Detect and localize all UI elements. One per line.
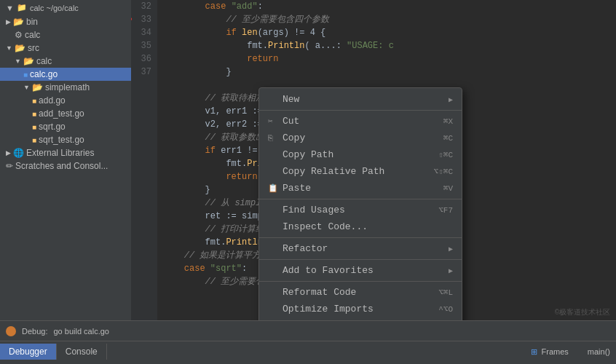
bin-arrow-icon: ▶ [6, 18, 11, 25]
debug-bar-label: Debug: [22, 327, 47, 336]
simplemath-arrow: ▼ [23, 84, 30, 91]
main-function-label: main() [588, 347, 610, 356]
refactor-arrow-icon: ▶ [449, 245, 453, 253]
calc-folder-arrow: ▼ [15, 58, 21, 65]
cut-shortcut: ⌘X [443, 116, 453, 126]
frames-label: Frames [542, 347, 569, 356]
debug-bar: Debug: go build calc.go [0, 321, 616, 341]
menu-item-find-usages[interactable]: Find Usages ⌥F7 [259, 202, 462, 218]
tab-console[interactable]: Console [57, 344, 107, 360]
menu-item-reformat[interactable]: Reformat Code ⌥⌘L [259, 284, 462, 301]
src-label: src [28, 43, 39, 53]
sidebar-item-external[interactable]: ▶ 🌐 External Libraries [0, 146, 131, 159]
menu-copy-label: Copy [283, 132, 305, 143]
sidebar-item-simplemath[interactable]: ▼ 📂 simplemath [0, 81, 131, 94]
menu-item-copy[interactable]: ⎘ Copy ⌘C [259, 130, 462, 146]
external-label: External Libraries [26, 148, 94, 158]
separator-2 [259, 199, 462, 199]
watermark: ©极客道技术社区 [555, 307, 610, 317]
sidebar-item-sqrt-go[interactable]: ■ sqrt.go [0, 120, 131, 133]
new-arrow-icon: ▶ [449, 95, 453, 104]
separator-5 [259, 281, 462, 282]
calc-folder-icon2: 📂 [23, 56, 34, 66]
menu-item-new[interactable]: New ▶ [259, 91, 462, 108]
menu-item-delete[interactable]: Delete... ⌦ [259, 317, 462, 320]
calc-folder-icon: 📁 [17, 3, 27, 12]
copy-shortcut: ⌘C [443, 133, 453, 143]
sidebar-item-bin-calc[interactable]: ⚙ calc [0, 28, 131, 41]
external-arrow: ▶ [6, 149, 11, 157]
scratches-label: Scratches and Consol... [15, 161, 108, 171]
frames-section: ⊞ Frames main() [525, 344, 616, 360]
cut-icon: ✂ [268, 116, 278, 126]
menu-item-refactor[interactable]: Refactor ▶ [259, 240, 462, 257]
menu-new-label: New [283, 94, 299, 105]
bin-folder-icon: 📂 [13, 17, 24, 27]
bin-calc-icon: ⚙ [15, 30, 23, 40]
add-test-icon: ■ [32, 110, 36, 118]
sqrt-test-icon: ■ [32, 136, 36, 144]
scratches-icon: ✏ [6, 161, 13, 171]
separator-3 [259, 237, 462, 238]
menu-item-favorites[interactable]: Add to Favorites ▶ [259, 262, 462, 279]
debug-file-label: go build calc.go [53, 327, 108, 336]
menu-item-inspect[interactable]: Inspect Code... [259, 218, 462, 235]
add-go-icon: ■ [32, 97, 36, 105]
external-icon: 🌐 [13, 148, 24, 158]
copy-icon: ⎘ [268, 134, 278, 143]
sidebar-item-scratches[interactable]: ✏ Scratches and Consol... [0, 159, 131, 173]
paste-shortcut: ⌘V [443, 183, 453, 193]
menu-item-copy-relative-path[interactable]: Copy Relative Path ⌥⇧⌘C [259, 163, 462, 180]
code-editor: 32 33 ● 34 35 36 37 [131, 0, 616, 320]
copy-relative-shortcut: ⌥⇧⌘C [434, 167, 453, 176]
separator-4 [259, 259, 462, 260]
sidebar-item-calc-go[interactable]: ■ calc.go [0, 68, 131, 81]
context-menu: New ▶ ✂ Cut ⌘X ⎘ Copy ⌘C [258, 87, 462, 320]
menu-item-cut[interactable]: ✂ Cut ⌘X [259, 113, 462, 130]
debug-status-icon [6, 326, 16, 336]
menu-paste-label: Paste [283, 183, 311, 194]
sidebar-item-add-go[interactable]: ■ add.go [0, 94, 131, 107]
menu-item-paste[interactable]: 📋 Paste ⌘V [259, 180, 462, 197]
line-numbers: 32 33 ● 34 35 36 37 [131, 0, 157, 320]
menu-favorites-label: Add to Favorites [283, 265, 374, 276]
sqrt-go-label: sqrt.go [39, 122, 66, 132]
sidebar-item-src[interactable]: ▼ 📂 src [0, 41, 131, 55]
find-shortcut: ⌥F7 [438, 205, 453, 215]
simplemath-label: simplemath [45, 82, 90, 92]
menu-find-label: Find Usages [283, 205, 345, 215]
sidebar-item-calc-folder[interactable]: ▼ 📂 calc [0, 55, 131, 68]
bottom-bar: Debug: go build calc.go Debugger Console… [0, 320, 616, 364]
tab-bar: Debugger Console ⊞ Frames main() [0, 341, 616, 362]
menu-refactor-label: Refactor [283, 243, 328, 254]
menu-optimize-label: Optimize Imports [283, 304, 374, 314]
calc-go-icon: ■ [23, 71, 28, 79]
bin-calc-label: calc [25, 30, 40, 40]
sqrt-go-icon: ■ [32, 123, 36, 131]
calc-arrow: ▼ [6, 4, 14, 12]
menu-cut-label: Cut [283, 116, 299, 127]
bin-label: bin [26, 17, 38, 27]
paste-icon: 📋 [268, 183, 278, 193]
sidebar-item-sqrt-test-go[interactable]: ■ sqrt_test.go [0, 133, 131, 146]
frames-icon: ⊞ [531, 347, 537, 357]
menu-item-optimize[interactable]: Optimize Imports ^⌥O [259, 301, 462, 317]
menu-item-copy-path[interactable]: Copy Path ⇧⌘C [259, 146, 462, 163]
menu-copy-relative-label: Copy Relative Path [283, 166, 384, 177]
calc-go-label: calc.go [30, 69, 58, 79]
calc-folder-label: calc [36, 56, 52, 66]
sidebar: ▼ 📁 calc ~/go/calc ▶ 📂 bin ⚙ calc ▼ 📂 sr… [0, 0, 131, 320]
menu-copy-path-label: Copy Path [283, 149, 333, 160]
favorites-arrow-icon: ▶ [449, 266, 453, 275]
tab-debugger[interactable]: Debugger [0, 344, 57, 360]
sidebar-title-text: calc ~/go/calc [30, 4, 79, 12]
src-arrow-icon: ▼ [6, 44, 12, 52]
copy-path-shortcut: ⇧⌘C [438, 150, 453, 159]
separator-1 [259, 110, 462, 111]
sidebar-item-bin[interactable]: ▶ 📂 bin [0, 15, 131, 28]
sidebar-item-add-test-go[interactable]: ■ add_test.go [0, 107, 131, 120]
menu-reformat-label: Reformat Code [283, 287, 356, 298]
src-folder-icon: 📂 [15, 43, 25, 53]
add-test-label: add_test.go [39, 108, 84, 119]
simplemath-folder-icon: 📂 [32, 82, 43, 92]
